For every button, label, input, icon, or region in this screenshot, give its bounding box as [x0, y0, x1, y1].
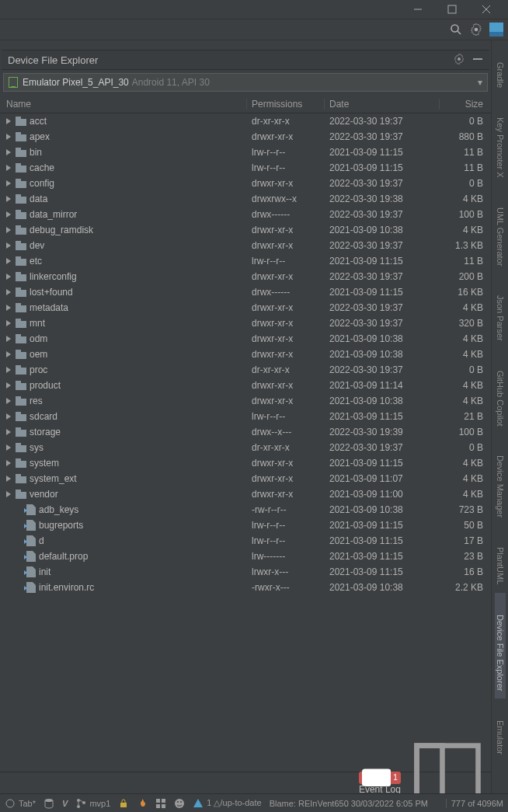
table-row[interactable]: configdrwxr-xr-x2022-03-30 19:370 B	[0, 176, 491, 191]
table-row[interactable]: default.proplrw-------2021-03-09 11:1523…	[0, 549, 491, 564]
status-v-icon[interactable]: V	[62, 799, 68, 808]
chevron-right-icon[interactable]	[5, 133, 12, 141]
chevron-right-icon[interactable]	[5, 195, 12, 203]
panel-minimize-icon[interactable]	[472, 54, 483, 67]
chevron-right-icon[interactable]	[5, 319, 12, 327]
panel-gear-icon[interactable]	[454, 54, 465, 67]
table-row[interactable]: datadrwxrwx--x2022-03-30 19:384 KB	[0, 191, 491, 207]
table-row[interactable]: sdcardlrw-r--r--2021-03-09 11:1521 B	[0, 409, 491, 424]
chevron-right-icon[interactable]	[5, 211, 12, 218]
row-filename: res	[30, 396, 43, 406]
row-filename: odm	[30, 333, 47, 344]
chevron-right-icon[interactable]	[5, 444, 12, 451]
rail-item[interactable]: Emulator	[495, 699, 506, 762]
account-avatar-icon[interactable]	[489, 23, 503, 37]
rail-item[interactable]: Device Manager	[495, 434, 506, 525]
rail-item-label: Emulator	[496, 720, 505, 754]
rail-item[interactable]: Key Promoter X	[495, 96, 506, 186]
table-row[interactable]: odmdrwxr-xr-x2021-03-09 10:384 KB	[0, 331, 491, 347]
table-row[interactable]: bugreportslrw-r--r--2021-03-09 11:1550 B	[0, 518, 491, 533]
table-row[interactable]: metadatadrwxr-xr-x2022-03-30 19:374 KB	[0, 300, 491, 315]
chevron-right-icon[interactable]	[5, 257, 12, 265]
chevron-right-icon[interactable]	[5, 226, 12, 234]
table-row[interactable]: linkerconfigdrwxr-xr-x2022-03-30 19:3720…	[0, 269, 491, 284]
folder-icon	[16, 458, 26, 468]
table-row[interactable]: binlrw-r--r--2021-03-09 11:1511 B	[0, 145, 491, 160]
device-selector[interactable]: Emulator Pixel_5_API_30 Android 11, API …	[3, 73, 488, 92]
status-flame-icon[interactable]	[137, 798, 148, 809]
table-row[interactable]: debug_ramdiskdrwxr-xr-x2021-03-09 10:384…	[0, 222, 491, 238]
rail-item[interactable]: Device File Explorer	[495, 593, 506, 699]
table-row[interactable]: adb_keys-rw-r--r--2021-03-09 10:38723 B	[0, 502, 491, 518]
table-row[interactable]: lost+founddrwx------2021-03-09 11:1516 K…	[0, 284, 491, 300]
search-icon[interactable]	[449, 23, 463, 37]
chevron-right-icon[interactable]	[5, 273, 12, 281]
chevron-right-icon[interactable]	[5, 490, 12, 498]
row-permissions: drwxr-xr-x	[247, 225, 325, 235]
chevron-right-icon[interactable]	[5, 242, 12, 249]
folder-icon	[16, 412, 26, 421]
table-row[interactable]: oemdrwxr-xr-x2021-03-09 10:384 KB	[0, 347, 491, 362]
folder-icon	[16, 350, 26, 359]
row-permissions: drwxr-xr-x	[247, 349, 325, 360]
maximize-button[interactable]	[435, 0, 469, 19]
chevron-right-icon[interactable]	[5, 117, 12, 125]
column-size[interactable]: Size	[440, 99, 491, 110]
table-row[interactable]: storagedrwx--x---2022-03-30 19:39100 B	[0, 424, 491, 440]
chevron-right-icon[interactable]	[5, 397, 12, 405]
rail-item[interactable]: Json Parser	[495, 274, 506, 349]
table-row[interactable]: data_mirrordrwx------2022-03-30 19:37100…	[0, 207, 491, 222]
table-row[interactable]: sysdr-xr-xr-x2022-03-30 19:370 B	[0, 440, 491, 455]
chevron-right-icon[interactable]	[5, 350, 12, 358]
table-row[interactable]: systemdrwxr-xr-x2021-03-09 11:154 KB	[0, 455, 491, 471]
status-face-icon[interactable]	[174, 798, 185, 809]
chevron-right-icon[interactable]	[5, 148, 12, 156]
column-date[interactable]: Date	[325, 99, 440, 110]
chevron-right-icon[interactable]	[5, 459, 12, 467]
row-permissions: drwxr-xr-x	[247, 178, 325, 189]
chevron-right-icon[interactable]	[5, 382, 12, 389]
table-row[interactable]: devdrwxr-xr-x2022-03-30 19:371.3 KB	[0, 238, 491, 253]
chevron-right-icon[interactable]	[5, 164, 12, 172]
table-row[interactable]: acctdr-xr-xr-x2022-03-30 19:370 B	[0, 113, 491, 129]
table-row[interactable]: vendordrwxr-xr-x2021-03-09 11:004 KB	[0, 486, 491, 502]
status-memory[interactable]: 777 of 4096M	[446, 799, 503, 808]
table-row[interactable]: dlrw-r--r--2021-03-09 11:1517 B	[0, 533, 491, 549]
rail-item[interactable]: PlantUML	[495, 525, 506, 592]
minimize-button[interactable]	[401, 0, 435, 19]
status-branch[interactable]: mvp1	[75, 798, 110, 809]
chevron-right-icon[interactable]	[5, 288, 12, 296]
table-row[interactable]: initlrwxr-x---2021-03-09 11:1516 B	[0, 564, 491, 580]
table-row[interactable]: apexdrwxr-xr-x2022-03-30 19:37880 B	[0, 129, 491, 145]
status-tab[interactable]: Tab*	[5, 798, 36, 809]
table-row[interactable]: etclrw-r--r--2021-03-09 11:1511 B	[0, 253, 491, 269]
table-row[interactable]: cachelrw-r--r--2021-03-09 11:1511 B	[0, 160, 491, 176]
chevron-right-icon[interactable]	[5, 475, 12, 483]
close-button[interactable]	[469, 0, 503, 19]
rail-item[interactable]: Gradle	[495, 40, 506, 96]
chevron-right-icon[interactable]	[5, 428, 12, 436]
table-row[interactable]: init.environ.rc-rwxr-x---2021-03-09 10:3…	[0, 580, 491, 595]
table-row[interactable]: procdr-xr-xr-x2022-03-30 19:370 B	[0, 362, 491, 378]
status-grid-icon[interactable]	[155, 798, 166, 809]
table-row[interactable]: system_extdrwxr-xr-x2021-03-09 11:074 KB	[0, 471, 491, 486]
table-row[interactable]: mntdrwxr-xr-x2022-03-30 19:37320 B	[0, 315, 491, 331]
chevron-right-icon[interactable]	[5, 413, 12, 420]
event-log-button[interactable]: 1 Event Log	[359, 772, 401, 795]
table-row[interactable]: resdrwxr-xr-x2021-03-09 10:384 KB	[0, 393, 491, 409]
rail-item[interactable]: GitHub Copilot	[495, 349, 506, 434]
row-size: 11 B	[440, 162, 491, 173]
column-permissions[interactable]: Permissions	[247, 99, 325, 110]
table-row[interactable]: productdrwxr-xr-x2021-03-09 11:144 KB	[0, 378, 491, 393]
status-lock-icon[interactable]	[118, 798, 129, 809]
status-vcs-changes[interactable]: 1 △/up-to-date	[193, 798, 261, 809]
rail-item[interactable]: UML Generator	[495, 186, 506, 274]
settings-gear-icon[interactable]	[469, 23, 483, 37]
status-blame[interactable]: Blame: REInVent650 30/03/2022 6:05 PM	[270, 799, 428, 808]
chevron-right-icon[interactable]	[5, 366, 12, 374]
chevron-right-icon[interactable]	[5, 179, 12, 187]
chevron-right-icon[interactable]	[5, 304, 12, 312]
chevron-right-icon[interactable]	[5, 335, 12, 343]
status-db-icon[interactable]	[43, 798, 54, 809]
column-name[interactable]: Name	[0, 99, 247, 110]
